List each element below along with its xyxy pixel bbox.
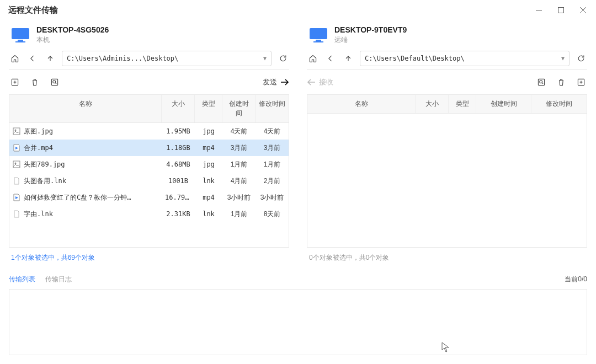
send-arrow-icon	[280, 78, 289, 86]
file-mtime: 2月前	[256, 176, 289, 186]
delete-button[interactable]	[555, 76, 567, 88]
svg-rect-1	[558, 7, 563, 13]
file-ctime: 1月前	[222, 210, 256, 219]
svg-point-11	[15, 130, 17, 131]
new-folder-button[interactable]	[575, 76, 587, 88]
file-mtime: 3小时前	[256, 193, 289, 202]
file-ctime: 4月前	[222, 176, 256, 186]
search-button[interactable]	[535, 76, 547, 88]
file-size: 16.79MB	[162, 194, 195, 201]
search-button[interactable]	[49, 76, 61, 88]
file-size: 1.18GB	[162, 144, 195, 152]
svg-rect-12	[13, 161, 20, 168]
file-type: jpg	[195, 127, 222, 135]
local-path-text: C:\Users\Adminis...\Desktop\	[67, 55, 178, 62]
file-size: 4.68MB	[162, 160, 195, 168]
remote-path-text: C:\Users\Default\Desktop\	[365, 55, 465, 62]
back-button[interactable]	[26, 52, 39, 65]
file-ctime: 1月前	[222, 160, 256, 169]
local-path-input[interactable]: C:\Users\Adminis...\Desktop\ ▼	[62, 51, 272, 66]
chevron-down-icon: ▼	[561, 55, 565, 61]
file-mtime: 4天前	[256, 127, 289, 136]
local-hostname: DESKTOP-4SG5026	[36, 25, 109, 34]
transfer-area: 传输列表 传输日志 当前0/0	[0, 268, 596, 355]
col-mtime[interactable]: 修改时间	[531, 95, 587, 113]
svg-rect-5	[18, 40, 23, 41]
send-button[interactable]: 发送	[263, 77, 289, 87]
file-size: 1001B	[162, 177, 195, 185]
col-size[interactable]: 大小	[416, 95, 449, 113]
svg-rect-14	[310, 28, 327, 39]
table-row[interactable]: 合并.mp41.18GBmp43月前3月前	[9, 140, 289, 156]
home-button[interactable]	[9, 52, 21, 65]
remote-file-table: 名称 大小 类型 创建时间 修改时间	[307, 94, 587, 248]
col-mtime[interactable]: 修改时间	[256, 95, 289, 122]
back-button[interactable]	[324, 52, 337, 65]
table-row[interactable]: 字由.lnk2.31KBlnk1月前8天前	[9, 206, 289, 222]
file-mtime: 8天前	[256, 210, 289, 219]
file-mtime: 3月前	[256, 143, 289, 153]
maximize-button[interactable]	[550, 2, 572, 18]
svg-point-13	[15, 163, 17, 164]
refresh-button[interactable]	[575, 52, 587, 65]
col-ctime[interactable]: 创建时间	[476, 95, 531, 113]
file-ctime: 3月前	[222, 143, 256, 153]
local-file-table: 名称 大小 类型 创建时间 修改时间 原图.jpg1.95MBjpg4天前4天前…	[9, 94, 289, 248]
svg-rect-17	[538, 79, 544, 85]
up-button[interactable]	[44, 52, 56, 65]
delete-button[interactable]	[29, 76, 41, 88]
titlebar: 远程文件传输	[0, 0, 596, 20]
transfer-counter: 当前0/0	[565, 275, 587, 284]
tab-transfer-queue[interactable]: 传输列表	[9, 275, 35, 284]
file-name: 合并.mp4	[24, 143, 53, 153]
col-type[interactable]: 类型	[449, 95, 476, 113]
tab-transfer-log[interactable]: 传输日志	[45, 275, 72, 284]
remote-panel: DESKTOP-9T0EVT9 远端 C:\Users\Default\Desk…	[298, 20, 596, 268]
receive-button[interactable]: 接收	[307, 77, 333, 87]
file-size: 2.31KB	[162, 210, 195, 218]
col-name[interactable]: 名称	[9, 95, 162, 122]
col-type[interactable]: 类型	[195, 95, 222, 122]
file-name: 如何拯救变红了的C盘？教你一分钟…	[24, 193, 131, 202]
refresh-button[interactable]	[277, 52, 289, 65]
table-row[interactable]: 原图.jpg1.95MBjpg4天前4天前	[9, 123, 289, 140]
table-row[interactable]: 头图备用.lnk1001Blnk4月前2月前	[9, 173, 289, 189]
col-size[interactable]: 大小	[162, 95, 195, 122]
monitor-icon	[11, 28, 30, 43]
minimize-button[interactable]	[528, 2, 550, 18]
svg-rect-15	[316, 40, 321, 41]
window-title: 远程文件传输	[8, 5, 58, 15]
svg-rect-4	[12, 28, 29, 39]
receive-arrow-icon	[307, 78, 316, 86]
col-name[interactable]: 名称	[307, 95, 416, 113]
chevron-down-icon: ▼	[263, 55, 267, 61]
home-button[interactable]	[307, 52, 319, 65]
local-panel: DESKTOP-4SG5026 本机 C:\Users\Adminis...\D…	[0, 20, 298, 268]
new-folder-button[interactable]	[9, 76, 21, 88]
file-type: mp4	[195, 144, 222, 152]
file-mtime: 1月前	[256, 160, 289, 169]
file-type: lnk	[195, 210, 222, 218]
remote-status: 0个对象被选中，共0个对象	[307, 248, 587, 268]
table-row[interactable]: 头图789.jpg4.68MBjpg1月前1月前	[9, 156, 289, 173]
file-ctime: 3小时前	[222, 193, 256, 202]
file-name: 字由.lnk	[24, 210, 53, 219]
close-button[interactable]	[572, 2, 594, 18]
file-size: 1.95MB	[162, 127, 195, 135]
file-type: mp4	[195, 194, 222, 201]
file-name: 头图备用.lnk	[24, 176, 66, 186]
local-status: 1个对象被选中，共69个对象	[9, 248, 289, 268]
remote-role: 远端	[334, 35, 407, 45]
svg-rect-10	[13, 128, 20, 135]
col-ctime[interactable]: 创建时间	[222, 95, 256, 122]
monitor-icon	[309, 28, 328, 43]
svg-rect-16	[313, 41, 323, 42]
file-name: 头图789.jpg	[24, 160, 65, 169]
local-role: 本机	[36, 35, 109, 45]
table-row[interactable]: 如何拯救变红了的C盘？教你一分钟…16.79MBmp43小时前3小时前	[9, 189, 289, 206]
file-type: jpg	[195, 160, 222, 168]
svg-rect-6	[15, 41, 25, 42]
remote-hostname: DESKTOP-9T0EVT9	[334, 25, 407, 34]
up-button[interactable]	[342, 52, 354, 65]
remote-path-input[interactable]: C:\Users\Default\Desktop\ ▼	[360, 51, 570, 66]
